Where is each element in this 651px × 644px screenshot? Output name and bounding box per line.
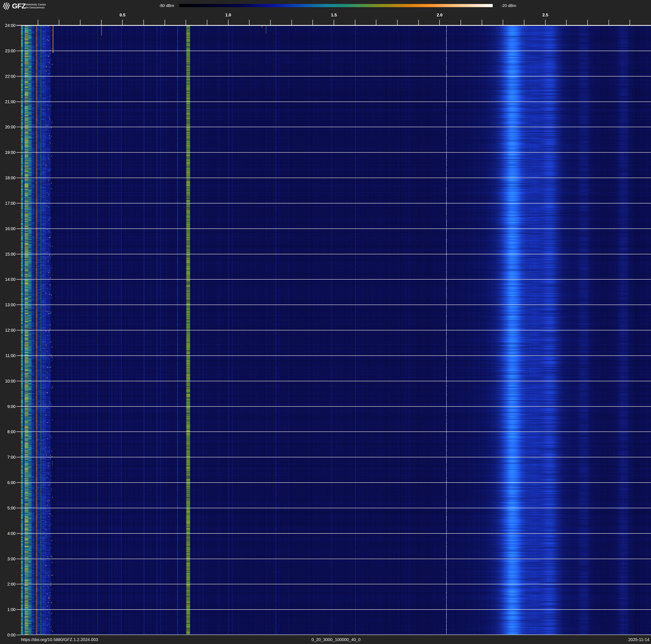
- freq-tick-label: 1.0: [220, 12, 237, 18]
- freq-tick: [376, 20, 376, 25]
- time-tick: [17, 406, 21, 407]
- freq-tick-label: 2.0: [431, 12, 448, 18]
- time-label: 14:00: [0, 277, 16, 282]
- time-tick: [17, 381, 21, 381]
- time-label: 24:00: [0, 23, 16, 28]
- freq-tick: [566, 20, 566, 25]
- spectrogram-page: GFZ Helmholtz Centre for Geosciences -80…: [0, 0, 651, 644]
- time-label: 8:00: [0, 430, 16, 434]
- time-tick: [17, 482, 21, 483]
- time-label: 15:00: [0, 252, 16, 257]
- freq-tick-label: 2.5: [537, 12, 554, 18]
- spectrogram-canvas: [21, 25, 651, 635]
- freq-tick: [228, 20, 228, 25]
- freq-tick: [186, 20, 186, 25]
- time-tick: [17, 76, 21, 77]
- time-tick: [17, 457, 21, 457]
- time-tick: [17, 508, 21, 508]
- time-tick: [17, 51, 21, 51]
- time-label: 21:00: [0, 99, 16, 104]
- time-label: 5:00: [0, 506, 16, 510]
- colorbar-max-label: -20 dBm: [501, 3, 516, 8]
- time-tick: [17, 635, 21, 635]
- time-tick: [17, 254, 21, 254]
- freq-tick: [418, 20, 419, 25]
- freq-tick: [80, 20, 81, 25]
- time-tick: [17, 355, 21, 356]
- time-tick: [17, 584, 21, 584]
- doi-link[interactable]: https://doi.org/10.5880/GFZ.1.2.2024.003: [21, 637, 98, 642]
- freq-tick: [629, 20, 630, 25]
- time-tick: [17, 25, 21, 26]
- freq-tick: [355, 20, 355, 25]
- colorbar-min-label: -80 dBm: [0, 3, 174, 8]
- freq-tick: [144, 20, 144, 25]
- time-tick: [17, 203, 21, 203]
- freq-tick: [503, 20, 503, 25]
- time-label: 4:00: [0, 531, 16, 536]
- freq-tick: [165, 20, 165, 25]
- time-label: 7:00: [0, 455, 16, 460]
- time-tick: [17, 101, 21, 102]
- time-tick: [17, 152, 21, 153]
- time-tick: [17, 304, 21, 305]
- freq-tick: [122, 20, 123, 25]
- dataset-id-label: 0_20_3000_100000_40_0: [311, 637, 361, 642]
- time-label: 9:00: [0, 404, 16, 409]
- time-tick: [17, 432, 21, 432]
- freq-tick: [545, 20, 546, 25]
- time-label: 2:00: [0, 582, 16, 587]
- time-tick: [17, 533, 21, 534]
- freq-tick: [249, 20, 249, 25]
- freq-tick: [397, 20, 398, 25]
- time-label: 20:00: [0, 125, 16, 129]
- time-label: 10:00: [0, 379, 16, 384]
- time-label: 19:00: [0, 150, 16, 155]
- time-tick: [17, 609, 21, 610]
- time-label: 16:00: [0, 226, 16, 231]
- time-label: 0:00: [0, 633, 16, 638]
- time-label: 23:00: [0, 49, 16, 53]
- time-label: 17:00: [0, 201, 16, 206]
- time-label: 6:00: [0, 480, 16, 485]
- freq-tick-label: 1.5: [326, 12, 342, 18]
- time-tick: [17, 178, 21, 178]
- freq-tick: [609, 20, 609, 25]
- time-label: 13:00: [0, 302, 16, 307]
- freq-tick: [482, 20, 482, 25]
- freq-tick: [38, 20, 38, 25]
- freq-tick: [101, 20, 102, 25]
- time-label: 1:00: [0, 607, 16, 612]
- time-label: 18:00: [0, 176, 16, 180]
- time-tick: [17, 330, 21, 330]
- time-tick: [17, 279, 21, 280]
- freq-tick: [59, 20, 59, 25]
- freq-tick: [334, 20, 334, 25]
- colorbar: [179, 4, 493, 7]
- freq-tick: [587, 20, 588, 25]
- time-tick: [17, 229, 21, 229]
- freq-tick: [312, 20, 313, 25]
- freq-tick: [291, 20, 292, 25]
- freq-tick-label: 0.5: [114, 12, 131, 18]
- time-tick: [17, 127, 21, 127]
- freq-tick: [207, 20, 207, 25]
- date-label: 2025-11-14: [628, 637, 649, 642]
- time-label: 11:00: [0, 353, 16, 358]
- time-tick: [17, 559, 21, 559]
- time-label: 3:00: [0, 557, 16, 561]
- freq-tick: [524, 20, 524, 25]
- freq-tick: [270, 20, 271, 25]
- time-label: 22:00: [0, 74, 16, 79]
- freq-tick: [439, 20, 440, 25]
- freq-tick: [461, 20, 461, 25]
- time-label: 12:00: [0, 328, 16, 333]
